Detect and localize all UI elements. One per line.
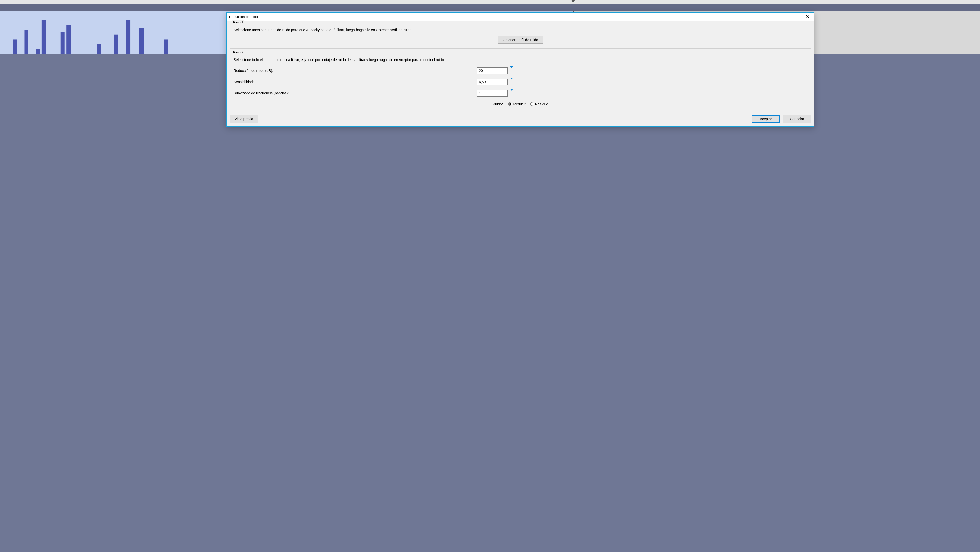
smoothing-input[interactable] <box>477 90 508 97</box>
param-row-smoothing: Suavizado de frecuencia (bandas): <box>234 90 807 97</box>
get-noise-profile-button[interactable]: Obtener perfil de ruido <box>498 36 543 44</box>
noise-mode-label: Ruido: <box>493 102 503 106</box>
ok-button[interactable]: Aceptar <box>752 115 780 123</box>
cancel-button[interactable]: Cancelar <box>783 115 811 123</box>
step2-group: Paso 2 Seleccione todo el audio que dese… <box>230 53 811 111</box>
radio-icon <box>508 102 512 106</box>
close-button[interactable] <box>802 13 813 20</box>
noise-mode-row: Ruido: Reducir Residuo <box>234 102 807 106</box>
radio-icon <box>530 102 534 106</box>
slider-thumb-icon <box>510 91 513 96</box>
param-row-sensitivity: Sensibilidad: <box>234 79 807 85</box>
sensitivity-label: Sensibilidad: <box>234 80 474 84</box>
radio-residue[interactable]: Residuo <box>530 102 548 106</box>
dialog-titlebar: Reducción de ruido <box>227 13 814 21</box>
dialog-body: Paso 1 Seleccione unos segundos de ruido… <box>227 21 814 126</box>
sensitivity-input[interactable] <box>477 79 508 85</box>
step2-description: Seleccione todo el audio que desea filtr… <box>234 57 807 62</box>
close-icon <box>806 15 809 18</box>
step1-legend: Paso 1 <box>232 21 244 24</box>
smoothing-label: Suavizado de frecuencia (bandas): <box>234 91 474 95</box>
slider-thumb-icon <box>510 80 513 85</box>
step2-legend: Paso 2 <box>232 50 244 54</box>
slider-thumb-icon <box>510 68 513 74</box>
canvas-empty-area <box>0 54 980 552</box>
dialog-title: Reducción de ruido <box>229 15 802 19</box>
preview-button[interactable]: Vista previa <box>230 115 258 123</box>
noise-reduction-dialog: Reducción de ruido Paso 1 Seleccione uno… <box>226 12 815 127</box>
track-separator <box>0 3 980 12</box>
radio-reduce-label: Reducir <box>513 102 525 106</box>
radio-residue-label: Residuo <box>535 102 548 106</box>
dialog-buttons-row: Vista previa Aceptar Cancelar <box>230 115 811 123</box>
radio-reduce[interactable]: Reducir <box>508 102 525 106</box>
timeline-ruler <box>0 0 980 4</box>
reduction-label: Reducción de ruido (dB): <box>234 69 474 73</box>
reduction-input[interactable] <box>477 67 508 74</box>
step1-description: Seleccione unos segundos de ruido para q… <box>234 27 807 32</box>
step1-group: Paso 1 Seleccione unos segundos de ruido… <box>230 23 811 48</box>
playhead-marker-icon <box>571 0 575 3</box>
param-row-reduction: Reducción de ruido (dB): <box>234 67 807 74</box>
